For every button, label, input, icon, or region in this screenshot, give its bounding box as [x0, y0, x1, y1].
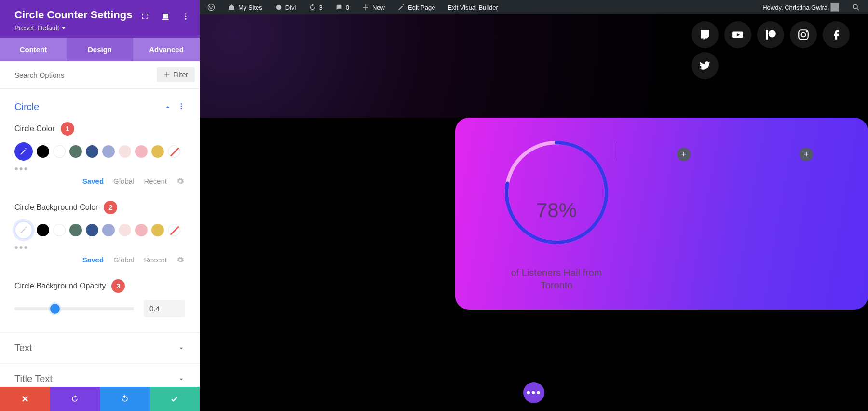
swatch-black[interactable]	[37, 224, 49, 236]
expand-icon[interactable]	[141, 12, 149, 23]
swatch-white[interactable]	[53, 224, 66, 236]
swatch-white[interactable]	[53, 145, 66, 158]
swatch-pink[interactable]	[135, 224, 148, 236]
section-title-text-header[interactable]: Title Text	[0, 363, 200, 387]
swatch-green[interactable]	[69, 145, 82, 158]
twitch-icon[interactable]	[692, 21, 719, 48]
preview-area: My Sites Divi 3 0 New Edit Page Exit Vis…	[200, 0, 868, 411]
circle-bg-color-label: Circle Background Color	[14, 203, 98, 212]
divi-fab-icon[interactable]: •••	[523, 382, 544, 403]
comments-link[interactable]: 0	[331, 3, 353, 11]
palette-recent[interactable]: Recent	[144, 177, 167, 185]
redo-button[interactable]	[100, 387, 150, 411]
slider-thumb[interactable]	[50, 304, 60, 314]
add-module-button[interactable]: +	[677, 148, 691, 161]
filter-button[interactable]: Filter	[157, 67, 195, 82]
wp-logo-icon[interactable]	[203, 3, 219, 11]
svg-point-13	[806, 31, 807, 32]
undo-button[interactable]	[50, 387, 100, 411]
swatch-lavender[interactable]	[102, 145, 115, 158]
circle-bg-color-swatches	[14, 221, 185, 239]
badge-3: 3	[111, 279, 125, 293]
responsive-icon[interactable]	[161, 12, 170, 23]
section-text-header[interactable]: Text	[0, 332, 200, 363]
svg-point-0	[185, 13, 187, 14]
youtube-icon[interactable]	[724, 21, 751, 48]
panel-tabs: Content Design Advanced	[0, 38, 200, 61]
facebook-icon[interactable]	[823, 21, 850, 48]
more-colors-icon[interactable]: •••	[14, 163, 185, 175]
swatch-navy[interactable]	[86, 145, 98, 158]
search-icon[interactable]	[848, 3, 864, 12]
palette-global[interactable]: Global	[113, 256, 134, 264]
column-separator	[617, 142, 617, 161]
howdy-user[interactable]: Howdy, Christina Gwira	[759, 3, 843, 12]
twitter-icon[interactable]	[692, 52, 719, 79]
gear-icon[interactable]	[176, 178, 184, 185]
swatch-black[interactable]	[37, 145, 49, 158]
swatch-pink-light[interactable]	[119, 224, 131, 236]
circle-bg-opacity-group: Circle Background Opacity 3 0.4	[0, 277, 200, 322]
circle-counter-module[interactable]: 78% of Listeners Hail from Toronto	[499, 137, 614, 291]
search-row: Filter	[0, 61, 200, 89]
palette-tabs-1: Saved Global Recent	[14, 177, 185, 185]
swatch-gold[interactable]	[151, 145, 164, 158]
opacity-value-input[interactable]: 0.4	[144, 300, 185, 317]
svg-point-4	[181, 105, 182, 107]
panel-header: Circle Counter Settings Preset: Default	[0, 0, 200, 38]
section-options-icon[interactable]	[177, 102, 185, 112]
preset-label: Preset: Default	[14, 24, 59, 32]
divi-link[interactable]: Divi	[271, 3, 300, 11]
instagram-icon[interactable]	[790, 21, 817, 48]
counter-caption: of Listeners Hail from Toronto	[499, 266, 614, 291]
swatch-navy[interactable]	[86, 224, 98, 236]
more-colors-icon[interactable]: •••	[14, 241, 185, 254]
my-sites-link[interactable]: My Sites	[224, 3, 266, 11]
wp-admin-bar: My Sites Divi 3 0 New Edit Page Exit Vis…	[200, 0, 868, 14]
palette-recent[interactable]: Recent	[144, 256, 167, 264]
patreon-icon[interactable]	[757, 21, 784, 48]
swatch-green[interactable]	[69, 224, 82, 236]
panel-footer-actions	[0, 387, 200, 411]
color-picker-icon[interactable]	[14, 142, 33, 161]
badge-1: 1	[61, 122, 74, 136]
svg-rect-9	[766, 30, 768, 40]
tab-content[interactable]: Content	[0, 38, 67, 61]
page-preview: + + 78% of Listeners Hail from Toronto •…	[200, 14, 868, 411]
updates-link[interactable]: 3	[305, 3, 326, 11]
palette-saved[interactable]: Saved	[82, 177, 104, 185]
gear-icon[interactable]	[176, 256, 184, 264]
swatch-gold[interactable]	[151, 224, 164, 236]
panel-body: Circle Circle Color 1 •••	[0, 89, 200, 387]
save-button[interactable]	[150, 387, 200, 411]
counter-percent: 78%	[499, 199, 614, 222]
palette-saved[interactable]: Saved	[82, 256, 104, 264]
swatch-none[interactable]	[168, 224, 180, 236]
swatch-pink[interactable]	[135, 145, 148, 158]
section-title-text-title: Title Text	[14, 373, 177, 384]
swatch-lavender[interactable]	[102, 224, 115, 236]
search-input[interactable]	[14, 71, 157, 79]
tab-design[interactable]: Design	[67, 38, 133, 61]
social-icons-row	[692, 21, 850, 48]
edit-page-link[interactable]: Edit Page	[393, 3, 439, 11]
add-module-button[interactable]: +	[800, 148, 813, 161]
circle-color-swatches	[14, 142, 185, 161]
preset-selector[interactable]: Preset: Default	[14, 24, 185, 32]
new-link[interactable]: New	[358, 3, 389, 11]
exit-vb-link[interactable]: Exit Visual Builder	[444, 4, 502, 11]
swatch-none[interactable]	[168, 145, 180, 158]
opacity-slider[interactable]	[14, 307, 134, 310]
section-circle-header[interactable]: Circle	[0, 94, 200, 120]
filter-label: Filter	[173, 71, 188, 79]
section-text-title: Text	[14, 342, 177, 354]
cancel-button[interactable]	[0, 387, 50, 411]
swatch-pink-light[interactable]	[119, 145, 131, 158]
color-picker-icon[interactable]	[14, 221, 33, 239]
palette-global[interactable]: Global	[113, 177, 134, 185]
circle-bg-opacity-label: Circle Background Opacity	[14, 282, 106, 290]
tab-advanced[interactable]: Advanced	[133, 38, 200, 61]
more-vert-icon[interactable]	[181, 12, 190, 23]
svg-point-12	[801, 33, 806, 37]
circle-color-label: Circle Color	[14, 124, 55, 133]
